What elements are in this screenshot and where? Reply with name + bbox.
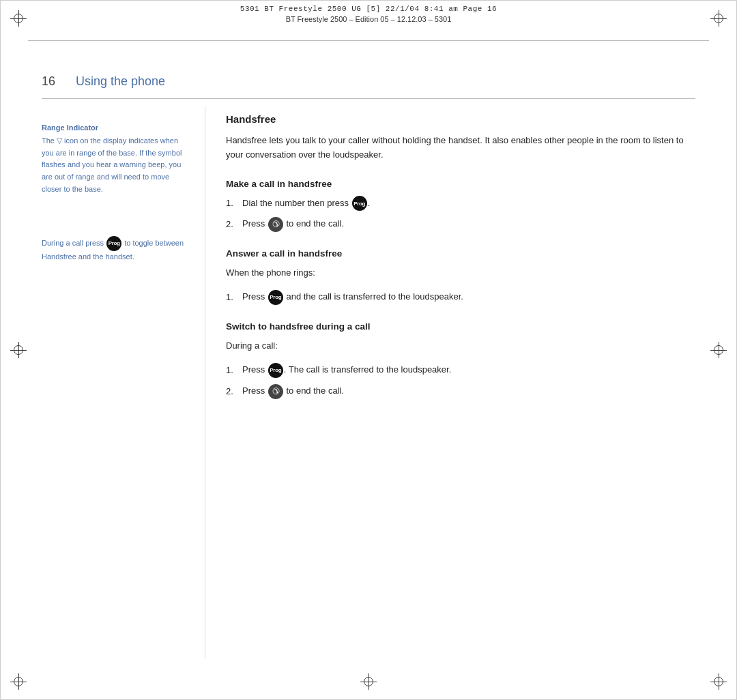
header-rule	[28, 40, 709, 41]
reg-mark-mid-left	[10, 342, 27, 358]
switch-call-list: 1. Press Prog. The call is transferred t…	[226, 362, 695, 398]
signal-icon: ▽	[57, 135, 62, 147]
page-header: 5301 BT Freestyle 2500 UG [5] 22/1/04 8:…	[1, 1, 736, 42]
answer-call-intro: When the phone rings:	[226, 265, 695, 280]
reg-mark-mid-right	[710, 342, 727, 358]
page-section-header: 16 Using the phone	[42, 74, 695, 89]
section-title: Using the phone	[76, 74, 165, 89]
make-call-list: 1. Dial the number then press Prog. 2. P…	[226, 196, 695, 232]
prog-button-answer-1: Prog	[268, 290, 283, 305]
sidebar: Range Indicator The ▽ icon on the displa…	[42, 106, 205, 658]
reg-mark-bottom-center	[360, 673, 377, 690]
switch-call-item-1: 1. Press Prog. The call is transferred t…	[226, 362, 695, 378]
handsfree-heading: Handsfree	[226, 113, 695, 125]
make-call-heading: Make a call in handsfree	[226, 179, 695, 189]
page-wrapper: 5301 BT Freestyle 2500 UG [5] 22/1/04 8:…	[0, 0, 737, 700]
page-number: 16	[42, 74, 62, 89]
handsfree-intro: Handsfree lets you talk to your caller w…	[226, 133, 695, 162]
prog-button-make-1: Prog	[352, 196, 367, 211]
sidebar-note-toggle: During a call press Prog to toggle betwe…	[42, 236, 191, 263]
make-call-item-2: 2. Press ✆ to end the call.	[226, 216, 695, 232]
section-rule	[42, 98, 695, 99]
switch-call-item-2: 2. Press ✆ to end the call.	[226, 383, 695, 399]
reg-mark-bottom-right	[710, 673, 727, 690]
main-text-area: Handsfree Handsfree lets you talk to you…	[205, 106, 695, 658]
answer-call-item-1: 1. Press Prog and the call is transferre…	[226, 289, 695, 305]
sidebar-note-range-indicator: Range Indicator The ▽ icon on the displa…	[42, 123, 191, 195]
sidebar-note-toggle-text: During a call press Prog to toggle betwe…	[42, 236, 191, 263]
switch-call-intro: During a call:	[226, 338, 695, 353]
answer-call-heading: Answer a call in handsfree	[226, 248, 695, 259]
sidebar-note-range-text: The ▽ icon on the display indicates when…	[42, 135, 191, 195]
make-call-item-1: 1. Dial the number then press Prog.	[226, 196, 695, 212]
reg-mark-bottom-left	[10, 673, 27, 690]
header-top-line: 5301 BT Freestyle 2500 UG [5] 22/1/04 8:…	[240, 5, 497, 13]
answer-call-list: 1. Press Prog and the call is transferre…	[226, 289, 695, 305]
sidebar-note-range-title: Range Indicator	[42, 123, 191, 132]
prog-button-switch-1: Prog	[268, 363, 283, 378]
end-button-make-2: ✆	[268, 217, 283, 232]
prog-button-sidebar: Prog	[106, 236, 121, 251]
switch-call-heading: Switch to handsfree during a call	[226, 321, 695, 332]
end-button-switch-2: ✆	[268, 384, 283, 399]
header-bottom-line: BT Freestyle 2500 – Edition 05 – 12.12.0…	[286, 15, 452, 23]
main-content: Range Indicator The ▽ icon on the displa…	[42, 106, 695, 658]
